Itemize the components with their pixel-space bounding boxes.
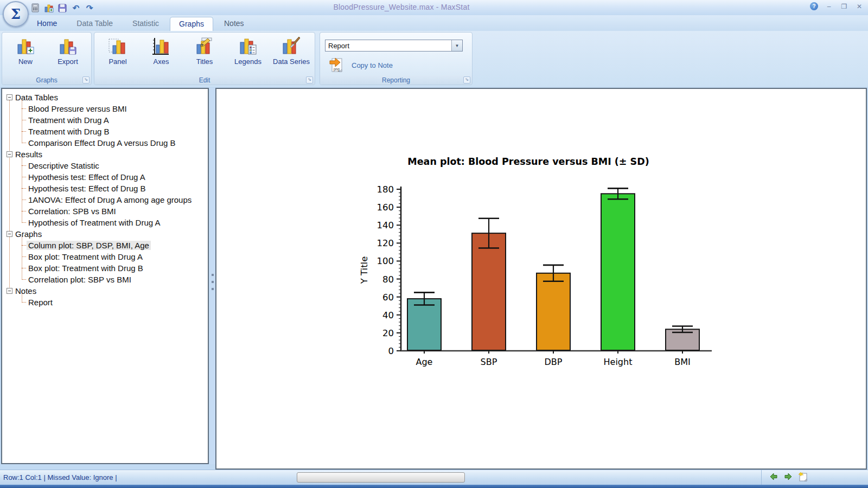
nav-back-icon[interactable]	[769, 472, 778, 483]
panel-button[interactable]: Panel	[99, 36, 137, 66]
tree-item[interactable]: Descriptive Statistic	[2, 160, 208, 171]
tree-item[interactable]: Treatment with Drug B	[2, 126, 208, 137]
redo-icon[interactable]: ↷	[85, 3, 94, 12]
svg-text:20: 20	[382, 328, 394, 338]
tree-item[interactable]: Column plot: SBP, DSP, BMI, Age	[2, 240, 208, 251]
collapse-icon[interactable]	[7, 94, 12, 100]
tree-item-label: Column plot: SBP, DSP, BMI, Age	[27, 241, 151, 250]
tree-item[interactable]: Correlation: SPB vs BMI	[2, 206, 208, 217]
tree-item-label: Correlation plot: SBP vs BMI	[27, 275, 133, 284]
titles-icon	[195, 36, 214, 56]
button-label: Titles	[196, 58, 213, 66]
minimize-button[interactable]: –	[825, 3, 833, 10]
legends-button[interactable]: Legends	[229, 36, 267, 66]
group-footer-edit: Edit ⇘	[94, 75, 315, 85]
tree-item-label: Hypothesis test: Effect of Drug A	[27, 172, 147, 182]
tree: Data TablesBlood Pressure versus BMITrea…	[2, 89, 208, 308]
svg-text:160: 160	[377, 202, 394, 213]
tree-item-label: Treatment with Drug A	[27, 115, 111, 125]
svg-text:BMI: BMI	[674, 357, 691, 367]
dialog-launcher-icon[interactable]: ⇘	[306, 76, 313, 84]
tree-item[interactable]: Report	[2, 297, 208, 308]
export-graph-icon	[58, 36, 78, 56]
chart-canvas[interactable]: Mean plot: Blood Pressure versus BMI (± …	[341, 142, 732, 391]
tree-section[interactable]: Notes	[2, 285, 208, 297]
svg-text:40: 40	[382, 310, 394, 320]
undo-icon[interactable]: ↶	[71, 3, 81, 12]
tab-home[interactable]: Home	[28, 17, 66, 31]
titles-button[interactable]: Titles	[186, 36, 224, 66]
panel-splitter[interactable]	[210, 88, 215, 464]
panel-icon	[108, 36, 127, 56]
maxstat-window: BloodPressure_Website.max - MaxStat ? – …	[0, 0, 868, 488]
svg-text:0: 0	[388, 346, 394, 356]
tree-item[interactable]: Hypothesis test: Effect of Drug B	[2, 183, 208, 194]
app-menu-button[interactable]: Σ	[3, 1, 29, 27]
group-footer-reporting: Reporting ⇘	[320, 75, 472, 85]
collapse-icon[interactable]	[7, 288, 12, 294]
ribbon-group-edit: Panel Axes Titles Legends	[94, 32, 315, 85]
svg-text:180: 180	[377, 184, 394, 195]
tree-item[interactable]: Blood Pressure versus BMI	[2, 103, 208, 114]
tree-item[interactable]: Hypothesis of Treatment with Drug A	[2, 217, 208, 228]
sigma-logo-icon: Σ	[11, 6, 21, 22]
data-series-icon	[282, 36, 301, 56]
tree-section-label: Notes	[15, 286, 36, 296]
tree-item[interactable]: 1ANOVA: Effect of Drug A among age group…	[2, 194, 208, 206]
legends-icon	[238, 36, 258, 56]
copy-to-note-button[interactable]: png Copy to Note	[329, 55, 393, 75]
tree-section[interactable]: Data Tables	[2, 92, 208, 103]
tree-section[interactable]: Results	[2, 149, 208, 160]
tree-item[interactable]: Correlation plot: SBP vs BMI	[2, 274, 208, 285]
axes-button[interactable]: Axes	[142, 36, 180, 66]
button-label: Panel	[108, 58, 126, 66]
chevron-down-icon[interactable]: ▼	[451, 40, 462, 51]
tree-item-label: Hypothesis test: Effect of Drug B	[27, 184, 148, 193]
dialog-launcher-icon[interactable]: ⇘	[82, 76, 90, 84]
new-chart-icon[interactable]	[44, 3, 54, 12]
new-graph-button[interactable]: New	[7, 36, 44, 66]
tree-item[interactable]: Hypothesis test: Effect of Drug A	[2, 171, 208, 183]
tree-section-label: Results	[15, 150, 42, 159]
button-label: Export	[58, 58, 78, 66]
tree-item-label: Box plot: Treatment with Drug B	[27, 264, 145, 273]
new-graph-icon	[16, 36, 35, 56]
tree-item-label: Treatment with Drug B	[27, 127, 111, 136]
svg-text:Height: Height	[604, 357, 633, 367]
collapse-icon[interactable]	[7, 231, 12, 237]
data-series-button[interactable]: Data Series	[272, 36, 310, 66]
tree-item-label: Descriptive Statistic	[27, 161, 101, 170]
tree-section-label: Graphs	[15, 229, 42, 239]
tab-data-table[interactable]: Data Table	[68, 17, 122, 31]
tab-notes[interactable]: Notes	[215, 17, 253, 31]
save-icon[interactable]	[58, 3, 67, 12]
tab-statistic[interactable]: Statistic	[124, 17, 168, 31]
button-label: Data Series	[273, 58, 310, 66]
nav-forward-icon[interactable]	[783, 472, 793, 483]
calculator-icon[interactable]	[30, 3, 40, 12]
tree-section[interactable]: Graphs	[2, 228, 208, 240]
tree-item[interactable]: Comparison Effect Drug A versus Drug B	[2, 137, 208, 149]
new-note-icon[interactable]	[797, 472, 808, 484]
tab-graphs[interactable]: Graphs	[170, 17, 213, 31]
ribbon-group-graphs: New Export Graphs ⇘	[2, 32, 92, 85]
svg-text:80: 80	[382, 274, 394, 285]
dialog-launcher-icon[interactable]: ⇘	[463, 76, 470, 84]
ribbon-tab-row: Home Data Table Statistic Graphs Notes	[0, 15, 868, 31]
svg-text:Y Title: Y Title	[359, 256, 369, 285]
export-graph-button[interactable]: Export	[49, 36, 87, 66]
group-label: Edit	[199, 76, 210, 84]
tree-item[interactable]: Box plot: Treatment with Drug A	[2, 251, 208, 262]
tree-item[interactable]: Box plot: Treatment with Drug B	[2, 262, 208, 274]
button-label: Axes	[154, 58, 169, 66]
collapse-icon[interactable]	[7, 151, 12, 157]
tree-item[interactable]: Treatment with Drug A	[2, 114, 208, 126]
svg-text:SBP: SBP	[481, 357, 497, 367]
maximize-button[interactable]: ❐	[840, 3, 848, 10]
window-bottom-edge	[0, 485, 868, 488]
horizontal-scrollbar-thumb[interactable]	[297, 472, 465, 483]
close-button[interactable]: ✕	[855, 3, 864, 10]
help-icon[interactable]: ?	[810, 2, 818, 10]
report-target-dropdown[interactable]: Report ▼	[325, 40, 463, 52]
project-tree-panel: Data TablesBlood Pressure versus BMITrea…	[1, 88, 209, 464]
